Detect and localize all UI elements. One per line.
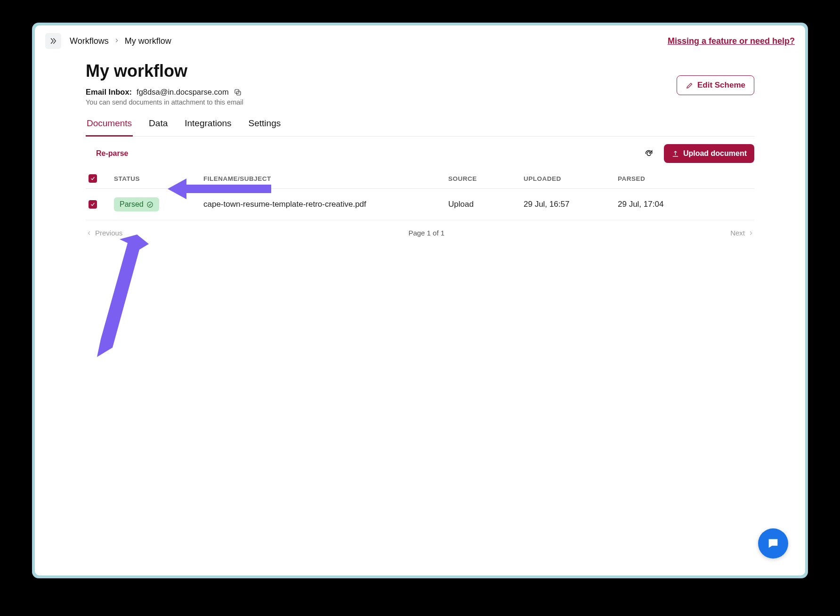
prev-label: Previous — [95, 229, 122, 237]
col-parsed: PARSED — [618, 175, 712, 182]
tab-data[interactable]: Data — [148, 118, 169, 136]
next-button[interactable]: Next — [730, 229, 754, 237]
chevron-left-icon — [86, 230, 92, 236]
breadcrumb: Workflows My workflow — [70, 36, 171, 46]
documents-table: STATUS FILENAME/SUBJECT SOURCE UPLOADED … — [86, 169, 754, 220]
table-row[interactable]: Parsed cape-town-resume-template-retro-c… — [86, 189, 754, 220]
email-inbox-label: Email Inbox: — [86, 88, 132, 97]
breadcrumb-current: My workflow — [125, 36, 171, 46]
previous-button[interactable]: Previous — [86, 229, 122, 237]
pencil-icon — [686, 81, 694, 89]
cell-source: Upload — [448, 200, 524, 209]
svg-point-2 — [147, 202, 153, 207]
pagination: Previous Page 1 of 1 Next — [86, 220, 754, 245]
check-icon — [90, 202, 96, 207]
upload-icon — [671, 150, 679, 158]
sidebar-toggle[interactable] — [45, 33, 61, 49]
page-title: My workflow — [86, 61, 243, 81]
cell-parsed: 29 Jul, 17:04 — [618, 200, 712, 209]
upload-button-label: Upload document — [683, 149, 747, 158]
breadcrumb-root[interactable]: Workflows — [70, 36, 109, 46]
annotation-arrow-diagonal — [97, 235, 149, 357]
next-label: Next — [730, 229, 745, 237]
upload-document-button[interactable]: Upload document — [664, 144, 754, 163]
col-filename: FILENAME/SUBJECT — [203, 175, 448, 182]
col-uploaded: UPLOADED — [524, 175, 618, 182]
check-circle-icon — [146, 201, 153, 208]
col-source: SOURCE — [448, 175, 524, 182]
chat-icon — [767, 537, 780, 550]
chevron-right-icon — [113, 36, 120, 46]
page-indicator: Page 1 of 1 — [408, 229, 444, 237]
email-inbox-value: fg8dsa@in.docsparse.com — [137, 88, 229, 97]
chevron-right-icon — [748, 230, 754, 236]
tabs: Documents Data Integrations Settings — [86, 118, 754, 137]
tab-integrations[interactable]: Integrations — [184, 118, 232, 136]
email-hint: You can send documents in attachment to … — [86, 98, 243, 106]
help-link[interactable]: Missing a feature or need help? — [668, 36, 795, 46]
col-status: STATUS — [114, 175, 203, 182]
chat-fab[interactable] — [758, 528, 788, 559]
cell-filename: cape-town-resume-template-retro-creative… — [203, 200, 448, 209]
edit-scheme-button[interactable]: Edit Scheme — [677, 75, 754, 95]
row-checkbox[interactable] — [89, 200, 97, 209]
cell-uploaded: 29 Jul, 16:57 — [524, 200, 618, 209]
status-badge: Parsed — [114, 197, 159, 211]
tab-documents[interactable]: Documents — [86, 118, 133, 137]
status-text: Parsed — [120, 200, 144, 209]
tab-settings[interactable]: Settings — [248, 118, 282, 136]
select-all-checkbox[interactable] — [89, 174, 97, 183]
edit-scheme-label: Edit Scheme — [697, 81, 745, 90]
reparse-button[interactable]: Re-parse — [96, 149, 128, 158]
copy-icon[interactable] — [234, 88, 242, 97]
refresh-icon[interactable] — [644, 149, 654, 158]
check-icon — [90, 176, 96, 181]
chevrons-right-icon — [49, 37, 57, 45]
